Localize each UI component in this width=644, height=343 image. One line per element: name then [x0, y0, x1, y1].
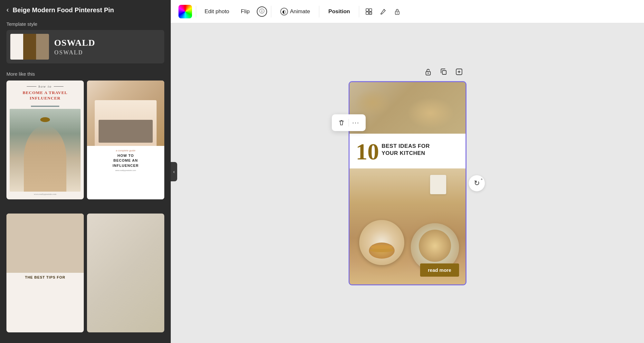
tc3-bottom: THE BEST TIPS FOR	[6, 273, 84, 282]
svg-rect-2	[366, 12, 369, 14]
tc2-title: HOW TO BECOME AN INFLUENCER	[113, 153, 139, 168]
pin-add-icon[interactable]	[453, 65, 466, 78]
tc2-laptop	[99, 120, 153, 143]
svg-point-6	[397, 12, 398, 13]
more-like-this-label: More like this	[0, 70, 171, 81]
pin-top-image[interactable]	[350, 82, 466, 134]
element-toolbar: ···	[332, 114, 366, 131]
tc1-hat	[40, 117, 50, 122]
svg-rect-9	[442, 71, 446, 74]
style-card[interactable]: OSWALD OSWALD	[6, 30, 164, 63]
pin-container: ··· ↻+ 10 BEST IDEAS FOR YOUR	[350, 82, 466, 284]
left-panel: ‹ Beige Modern Food Pinterest Pin Templa…	[0, 0, 171, 343]
pin-headline: BEST IDEAS FOR YOUR KITCHEN	[382, 143, 430, 157]
food-bg-top	[350, 82, 466, 134]
tc1-person	[24, 125, 66, 192]
template-style-label: Template style	[0, 20, 171, 30]
font-primary-label: OSWALD	[54, 38, 95, 48]
pin-card: 10 BEST IDEAS FOR YOUR KITCHEN	[350, 82, 466, 284]
food-mug	[430, 175, 446, 194]
tc1-url: www.reallygreatsite.com	[34, 193, 56, 195]
pin-lock-icon[interactable]	[422, 65, 435, 78]
animate-label: Animate	[290, 8, 310, 15]
tc2-top-image	[87, 81, 164, 146]
tc2-subtitle: a complete guide	[116, 149, 136, 152]
flip-button[interactable]: Flip	[236, 6, 254, 17]
lock-icon-button[interactable]	[391, 6, 403, 17]
tc1-bar	[31, 106, 59, 107]
pin-actions-top	[422, 65, 466, 78]
edit-photo-button[interactable]: Edit photo	[200, 6, 234, 17]
template-card-1[interactable]: how to BECOME A TRAVEL INFLUENCER www.re…	[6, 81, 84, 199]
template-card-4[interactable]	[87, 214, 164, 332]
grid-icon-button[interactable]	[363, 6, 375, 17]
color-swatches	[10, 34, 49, 60]
element-delete-button[interactable]	[336, 117, 347, 129]
position-button[interactable]: Position	[323, 6, 355, 17]
tc2-bottom: a complete guide HOW TO BECOME AN INFLUE…	[87, 146, 164, 199]
template-card-2[interactable]: a complete guide HOW TO BECOME AN INFLUE…	[87, 81, 164, 199]
toolbar-divider-1	[196, 6, 196, 17]
panel-title: Beige Modern Food Pinterest Pin	[13, 6, 114, 14]
font-secondary-label: OSWALD	[54, 49, 95, 56]
collapse-handle[interactable]: ‹	[171, 162, 177, 181]
tc3-title: THE BEST TIPS FOR	[10, 275, 81, 279]
panel-header: ‹ Beige Modern Food Pinterest Pin	[0, 0, 171, 20]
pin-bottom-image[interactable]: read more	[350, 168, 466, 284]
svg-rect-4	[380, 14, 382, 14]
swatch-1	[10, 34, 23, 60]
tc2-url: www.reallygreatsite.com	[115, 169, 136, 171]
tc1-title: BECOME A TRAVEL INFLUENCER	[23, 90, 68, 101]
read-more-button[interactable]: read more	[420, 263, 459, 277]
tc1-image	[10, 109, 81, 192]
brush-icon-button[interactable]	[377, 6, 389, 17]
svg-rect-1	[369, 9, 372, 11]
pin-middle: 10 BEST IDEAS FOR YOUR KITCHEN	[350, 134, 466, 168]
swatch-3	[36, 34, 49, 60]
element-more-button[interactable]: ···	[350, 117, 362, 129]
svg-rect-0	[366, 9, 369, 11]
food-plate-1	[359, 220, 404, 265]
pin-number: 10	[356, 140, 379, 163]
back-button[interactable]: ‹	[6, 6, 9, 14]
animate-icon: ◐	[280, 8, 288, 15]
toolbar-divider-2	[271, 6, 271, 17]
pin-refresh-button[interactable]: ↻+	[469, 175, 485, 191]
templates-grid: how to BECOME A TRAVEL INFLUENCER www.re…	[0, 81, 171, 343]
toolbar-divider-4	[359, 6, 359, 17]
svg-rect-3	[369, 12, 372, 14]
color-palette-icon[interactable]	[178, 5, 192, 18]
tc1-howto: how to	[27, 84, 63, 88]
animate-button[interactable]: ◐ Animate	[275, 5, 315, 18]
pin-text: BEST IDEAS FOR YOUR KITCHEN	[382, 140, 430, 157]
canvas-area: ··· ↻+ 10 BEST IDEAS FOR YOUR	[171, 23, 644, 343]
svg-point-8	[428, 72, 429, 74]
toolbar-divider-3	[319, 6, 319, 17]
toolbar: Edit photo Flip ⓘ ◐ Animate Position	[171, 0, 644, 23]
main-area: Edit photo Flip ⓘ ◐ Animate Position	[171, 0, 644, 343]
pin-duplicate-icon[interactable]	[437, 65, 450, 78]
font-names: OSWALD OSWALD	[54, 38, 95, 56]
swatch-2	[23, 34, 36, 60]
element-toolbar-divider	[349, 119, 349, 127]
template-card-3[interactable]: THE BEST TIPS FOR	[6, 214, 84, 332]
tc3-top-image	[6, 214, 84, 273]
info-button[interactable]: ⓘ	[257, 6, 267, 17]
